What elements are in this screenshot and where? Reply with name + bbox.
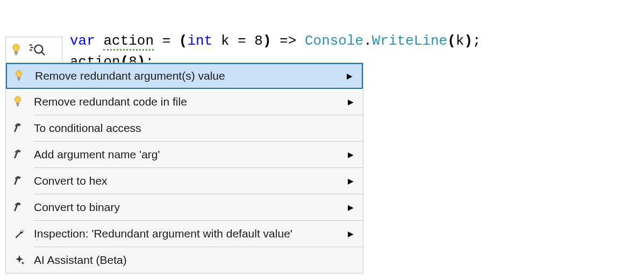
lightbulb-icon — [15, 70, 35, 82]
svg-rect-0 — [15, 52, 18, 53]
arrow-op: => — [271, 33, 305, 49]
menu-item-remove-redundant-arg[interactable]: Remove redundant argument(s) value ▶ — [6, 63, 363, 89]
submenu-arrow-icon: ▶ — [338, 150, 363, 159]
method-writeline: WriteLine — [372, 33, 447, 49]
menu-item-ai-assistant[interactable]: AI Assistant (Beta) — [6, 247, 363, 273]
wrench-icon — [13, 228, 34, 240]
menu-item-conditional-access[interactable]: To conditional access — [6, 115, 363, 141]
menu-item-remove-redundant-file[interactable]: Remove redundant code in file ▶ — [6, 89, 363, 115]
menu-item-inspection[interactable]: Inspection: 'Redundant argument with def… — [6, 221, 363, 247]
lightbulb-icon — [13, 96, 34, 108]
lightbulb-icon — [11, 44, 21, 57]
class-console: Console — [305, 33, 363, 49]
paren-close-2: ) — [464, 33, 473, 49]
menu-item-label: Convert to binary — [34, 201, 338, 214]
svg-rect-9 — [18, 79, 20, 80]
svg-line-7 — [41, 52, 45, 55]
menu-item-convert-binary[interactable]: Convert to binary ▶ — [6, 194, 363, 220]
semicolon-1: ; — [473, 33, 481, 49]
operator-eq: = — [154, 33, 179, 49]
submenu-arrow-icon: ▶ — [338, 203, 363, 212]
menu-item-convert-hex[interactable]: Convert to hex ▶ — [6, 168, 363, 194]
dot: . — [363, 33, 372, 49]
svg-rect-11 — [16, 103, 19, 104]
param-text: k = — [212, 33, 254, 49]
hammer-icon — [13, 122, 34, 134]
svg-rect-8 — [17, 78, 20, 79]
number-8a: 8 — [254, 33, 263, 49]
paren-open-2: ( — [447, 33, 456, 49]
svg-rect-1 — [15, 53, 18, 54]
submenu-arrow-icon: ▶ — [337, 72, 362, 80]
svg-rect-10 — [18, 80, 20, 80]
menu-item-label: Remove redundant code in file — [34, 95, 338, 108]
svg-point-6 — [34, 45, 42, 53]
paren-open: ( — [179, 33, 188, 49]
menu-item-label: To conditional access — [34, 122, 338, 135]
menu-item-label: Inspection: 'Redundant argument with def… — [34, 227, 338, 240]
submenu-arrow-icon: ▶ — [338, 177, 363, 185]
submenu-arrow-icon: ▶ — [338, 97, 363, 106]
submenu-arrow-icon: ▶ — [338, 229, 363, 238]
menu-item-label: Add argument name 'arg' — [34, 148, 338, 161]
arg-k: k — [456, 33, 464, 49]
context-menu: Remove redundant argument(s) value ▶ Rem… — [5, 62, 363, 274]
menu-item-label: AI Assistant (Beta) — [34, 254, 338, 267]
svg-rect-2 — [15, 54, 17, 55]
svg-rect-13 — [17, 106, 19, 106]
menu-item-label: Remove redundant argument(s) value — [35, 69, 337, 82]
keyword-var: var — [70, 33, 95, 49]
paren-close: ) — [263, 33, 271, 49]
hammer-icon — [13, 201, 34, 213]
svg-rect-12 — [17, 104, 19, 106]
hammer-icon — [13, 149, 34, 160]
variable-action: action — [103, 33, 154, 51]
menu-item-add-argument-name[interactable]: Add argument name 'arg' ▶ — [6, 142, 363, 167]
menu-item-label: Convert to hex — [34, 174, 338, 187]
keyword-int: int — [187, 33, 212, 49]
hammer-icon — [13, 175, 34, 187]
sparkle-icon — [13, 254, 34, 266]
quick-actions-trigger[interactable] — [5, 37, 62, 62]
search-target-icon — [28, 43, 46, 58]
